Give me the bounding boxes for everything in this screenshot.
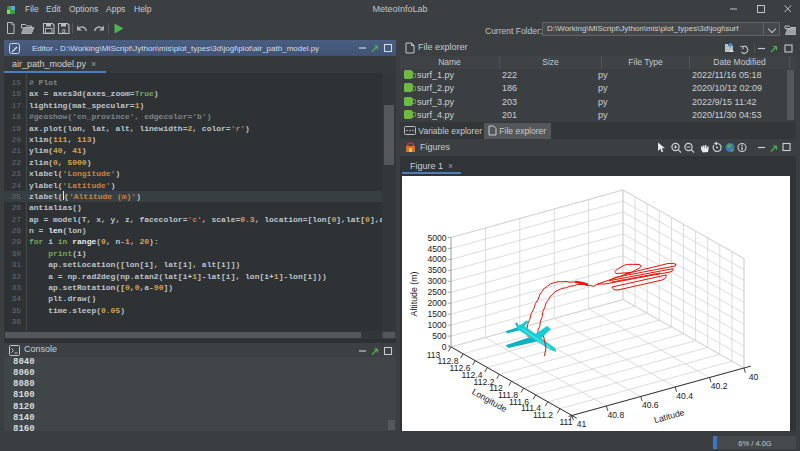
svg-text:1500: 1500 (427, 309, 446, 319)
svg-text:3500: 3500 (427, 265, 446, 275)
svg-text:40.8: 40.8 (608, 410, 625, 420)
svg-text:40.4: 40.4 (676, 391, 693, 401)
svg-text:4500: 4500 (427, 244, 446, 254)
svg-text:111.2: 111.2 (533, 410, 553, 420)
svg-text:3000: 3000 (427, 276, 446, 286)
svg-text:Altitude (m): Altitude (m) (409, 271, 419, 316)
svg-text:1000: 1000 (427, 320, 446, 330)
svg-text:2500: 2500 (427, 287, 446, 297)
svg-text:5000: 5000 (427, 233, 446, 243)
svg-text:40.2: 40.2 (711, 381, 728, 391)
svg-text:111: 111 (559, 417, 572, 427)
svg-text:2000: 2000 (427, 298, 446, 308)
svg-text:41: 41 (577, 419, 587, 429)
svg-text:40: 40 (749, 372, 759, 382)
svg-text:40.6: 40.6 (642, 400, 659, 410)
svg-text:0: 0 (442, 342, 447, 352)
svg-text:500: 500 (432, 331, 447, 341)
svg-text:4000: 4000 (427, 254, 446, 264)
